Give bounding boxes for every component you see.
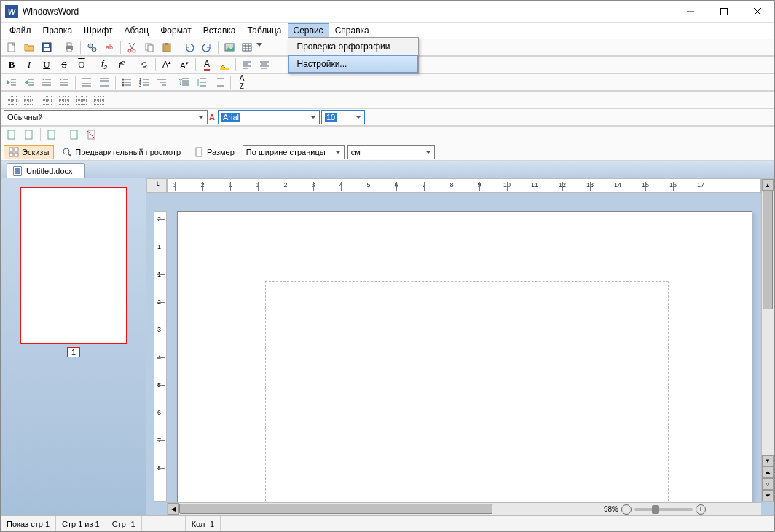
status-page-of: Стр 1 из 1 (56, 516, 106, 531)
align-center-icon[interactable] (256, 57, 272, 72)
superscript-icon[interactable]: f2 (114, 57, 130, 72)
table-drop-icon[interactable] (256, 40, 264, 55)
align-left-icon[interactable] (239, 57, 255, 72)
toolbar-view: Эскизы Предварительный просмотр Размер П… (1, 143, 774, 161)
doc-btn-1-icon[interactable] (4, 127, 20, 142)
vertical-scrollbar[interactable]: ▲ ▼ ⏶ ○ ⏷ (761, 178, 774, 502)
size-combo[interactable]: 10 (321, 110, 365, 124)
highlight-icon[interactable] (216, 57, 232, 72)
font-shrink-icon[interactable]: A▾ (176, 57, 192, 72)
linespacing-3-icon[interactable] (211, 75, 227, 90)
open-icon[interactable] (21, 40, 37, 55)
font-grow-icon[interactable]: A▴ (159, 57, 175, 72)
cut-icon[interactable] (124, 40, 140, 55)
page-down-icon[interactable]: ⏷ (762, 490, 774, 501)
preview-button[interactable]: Предварительный просмотр (57, 145, 186, 159)
border-1-icon[interactable] (4, 92, 20, 107)
page-margin-guide (265, 281, 669, 502)
first-indent-inc-icon[interactable] (39, 75, 55, 90)
link-icon[interactable] (136, 57, 152, 72)
spacing-after-icon[interactable] (96, 75, 112, 90)
doc-btn-5-icon[interactable] (84, 127, 100, 142)
maximize-button[interactable] (707, 1, 741, 23)
paste-icon[interactable] (159, 40, 175, 55)
spacing-before-icon[interactable] (79, 75, 95, 90)
bullets-icon[interactable] (119, 75, 135, 90)
doc-btn-3-icon[interactable] (44, 127, 60, 142)
page-nav-icon[interactable]: ○ (762, 478, 774, 490)
menu-font[interactable]: Шрифт (78, 23, 118, 38)
menu-insert[interactable]: Вставка (197, 23, 242, 38)
page-up-icon[interactable]: ⏶ (762, 467, 774, 478)
dropdown-settings[interactable]: Настройки... (288, 55, 418, 73)
size-button[interactable]: Размер (189, 145, 240, 159)
fit-combo[interactable]: По ширине страницы (243, 145, 345, 159)
thumbnail-page[interactable] (20, 187, 127, 344)
v-scroll-track[interactable] (762, 191, 774, 455)
menu-file[interactable]: Файл (4, 23, 37, 38)
scroll-down-icon[interactable]: ▼ (762, 455, 774, 467)
numbering-icon[interactable]: 123 (136, 75, 152, 90)
menu-edit[interactable]: Правка (37, 23, 79, 38)
menu-service[interactable]: Сервис Проверка орфографии Настройки... (288, 23, 329, 38)
new-doc-icon[interactable] (4, 40, 20, 55)
zoom-out-button[interactable]: − (621, 504, 632, 515)
font-color-icon[interactable]: A (199, 57, 215, 72)
overline-icon[interactable]: O (74, 57, 90, 72)
replace-icon[interactable]: ab (101, 40, 117, 55)
scroll-up-icon[interactable]: ▲ (762, 179, 774, 191)
menu-table[interactable]: Таблица (241, 23, 287, 38)
h-scroll-thumb[interactable] (179, 504, 492, 514)
underline-icon[interactable]: U (39, 57, 55, 72)
toolbar-style: Обычный A Arial 10 (1, 108, 774, 126)
border-3-icon[interactable] (39, 92, 55, 107)
border-4-icon[interactable] (56, 92, 72, 107)
scroll-left-icon[interactable]: ◀ (168, 503, 179, 515)
font-combo[interactable]: Arial (218, 110, 320, 124)
menu-help[interactable]: Справка (329, 23, 375, 38)
close-button[interactable] (741, 1, 774, 23)
undo-icon[interactable] (181, 40, 197, 55)
indent-dec-icon[interactable] (4, 75, 20, 90)
find-icon[interactable] (84, 40, 100, 55)
multilevel-icon[interactable] (154, 75, 170, 90)
table-icon[interactable] (239, 40, 255, 55)
doc-btn-2-icon[interactable] (21, 127, 37, 142)
border-2-icon[interactable] (21, 92, 37, 107)
linespacing-2-icon[interactable] (194, 75, 210, 90)
document-page[interactable] (177, 211, 752, 502)
strike-icon[interactable]: S (56, 57, 72, 72)
image-icon[interactable] (221, 40, 237, 55)
first-indent-dec-icon[interactable] (56, 75, 72, 90)
style-combo[interactable]: Обычный (4, 110, 208, 124)
indent-inc-icon[interactable] (21, 75, 37, 90)
unit-combo[interactable]: см (347, 145, 435, 159)
v-scroll-thumb[interactable] (763, 191, 773, 309)
app-title: WindowsWord (23, 7, 79, 17)
menu-paragraph[interactable]: Абзац (119, 23, 155, 38)
doc-btn-4-icon[interactable] (66, 127, 82, 142)
svg-rect-80 (71, 130, 77, 139)
minimize-button[interactable] (674, 1, 707, 23)
save-icon[interactable] (39, 40, 55, 55)
document-tab[interactable]: Untitled.docx (7, 163, 85, 178)
dropdown-spellcheck[interactable]: Проверка орфографии (288, 38, 418, 55)
thumbnails-button[interactable]: Эскизы (4, 145, 54, 159)
copy-icon[interactable] (141, 40, 157, 55)
border-6-icon[interactable] (91, 92, 107, 107)
horizontal-ruler[interactable]: 3211234567891011121314151617 (167, 178, 761, 193)
print-icon[interactable] (61, 40, 77, 55)
italic-icon[interactable]: I (21, 57, 37, 72)
border-5-icon[interactable] (74, 92, 90, 107)
subscript-icon[interactable]: f2 (96, 57, 112, 72)
zoom-slider[interactable] (634, 508, 693, 511)
redo-icon[interactable] (199, 40, 215, 55)
zoom-in-button[interactable]: + (696, 504, 706, 515)
vertical-ruler[interactable]: 2112345678 (154, 211, 167, 502)
menu-format[interactable]: Формат (154, 23, 197, 38)
linespacing-1-icon[interactable] (176, 75, 192, 90)
sort-icon[interactable]: AZ (234, 75, 250, 90)
editor-area: ┗ 3211234567891011121314151617 211234567… (146, 178, 774, 515)
bold-icon[interactable]: B (4, 57, 20, 72)
thumbnails-label: Эскизы (22, 148, 49, 156)
